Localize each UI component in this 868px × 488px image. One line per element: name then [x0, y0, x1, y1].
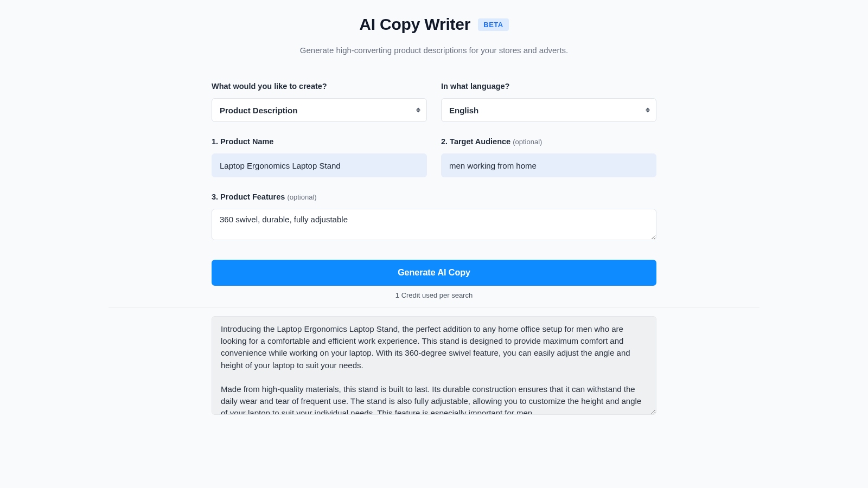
- col-create: What would you like to create? Product D…: [212, 82, 427, 122]
- credit-note: 1 Credit used per search: [212, 291, 656, 299]
- col-language: In what language? English: [441, 82, 656, 122]
- page-container: AI Copy Writer BETA Generate high-conver…: [108, 0, 760, 417]
- product-name-input[interactable]: [212, 153, 427, 177]
- create-select[interactable]: Product Description: [212, 98, 427, 122]
- optional-hint: (optional): [287, 193, 316, 201]
- target-audience-input[interactable]: [441, 153, 656, 177]
- target-audience-label: 2. Target Audience (optional): [441, 137, 656, 146]
- form-area: What would you like to create? Product D…: [212, 82, 656, 299]
- features-label: 3. Product Features (optional): [212, 192, 656, 201]
- target-audience-label-text: 2. Target Audience: [441, 137, 513, 146]
- page-subtitle: Generate high-converting product descrip…: [108, 46, 760, 55]
- header: AI Copy Writer BETA Generate high-conver…: [108, 15, 760, 55]
- language-label: In what language?: [441, 82, 656, 91]
- language-select-wrap: English: [441, 98, 656, 122]
- product-name-label: 1. Product Name: [212, 137, 427, 146]
- page-title: AI Copy Writer: [359, 15, 470, 34]
- features-textarea[interactable]: [212, 209, 656, 240]
- create-select-wrap: Product Description: [212, 98, 427, 122]
- optional-hint: (optional): [513, 138, 542, 146]
- beta-badge: BETA: [478, 18, 508, 31]
- create-label: What would you like to create?: [212, 82, 427, 91]
- row-selects: What would you like to create? Product D…: [212, 82, 656, 122]
- col-product-name: 1. Product Name: [212, 137, 427, 177]
- output-textarea[interactable]: [212, 316, 656, 415]
- section-divider: [108, 307, 760, 307]
- row-inputs: 1. Product Name 2. Target Audience (opti…: [212, 137, 656, 177]
- features-label-text: 3. Product Features: [212, 192, 287, 201]
- generate-button[interactable]: Generate AI Copy: [212, 260, 656, 286]
- language-select[interactable]: English: [441, 98, 656, 122]
- title-row: AI Copy Writer BETA: [359, 15, 508, 34]
- row-features: 3. Product Features (optional): [212, 192, 656, 242]
- output-wrap: [212, 316, 656, 417]
- col-target-audience: 2. Target Audience (optional): [441, 137, 656, 177]
